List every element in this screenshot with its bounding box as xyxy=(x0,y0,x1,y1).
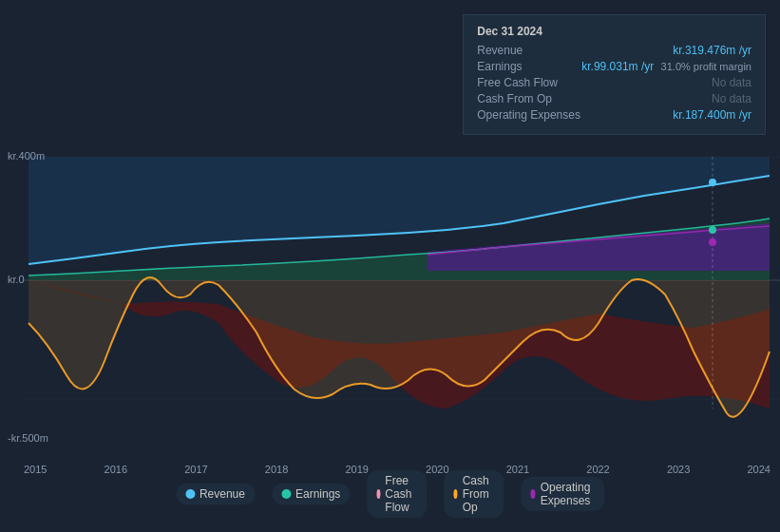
x-label-1: 2016 xyxy=(105,464,127,475)
y-label-bot: -kr.500m xyxy=(8,432,48,444)
svg-point-7 xyxy=(709,238,716,246)
tooltip-value-fcf: No data xyxy=(712,76,751,89)
legend-label-revenue: Revenue xyxy=(200,487,245,501)
svg-point-6 xyxy=(709,226,716,234)
chart-container: kr.400m kr.0 -kr.500m 2015 2016 2017 201… xyxy=(0,0,780,532)
legend-label-opex: Operating Expenses xyxy=(541,481,595,507)
legend-revenue[interactable]: Revenue xyxy=(176,484,255,504)
legend-cashfromop[interactable]: Cash From Op xyxy=(444,470,504,518)
legend-dot-revenue xyxy=(185,489,195,499)
tooltip-label-fcf: Free Cash Flow xyxy=(477,76,581,89)
tooltip-row-cashfromop: Cash From Op No data xyxy=(477,92,751,105)
legend-dot-fcf xyxy=(376,489,380,499)
y-label-mid: kr.0 xyxy=(8,274,25,285)
tooltip-row-fcf: Free Cash Flow No data xyxy=(477,76,751,89)
legend-opex[interactable]: Operating Expenses xyxy=(521,477,604,511)
legend-dot-opex xyxy=(530,489,535,499)
x-label-8: 2023 xyxy=(667,464,690,475)
tooltip-label-cashfromop: Cash From Op xyxy=(477,92,581,105)
svg-point-5 xyxy=(709,179,716,186)
legend-label-cashfromop: Cash From Op xyxy=(463,474,495,514)
tooltip-date: Dec 31 2024 xyxy=(477,25,751,38)
tooltip-row-earnings: Earnings kr.99.031m /yr 31.0% profit mar… xyxy=(477,60,751,73)
tooltip-label-revenue: Revenue xyxy=(477,44,581,57)
tooltip-value-cashfromop: No data xyxy=(712,92,751,105)
legend-dot-earnings xyxy=(281,489,291,499)
y-label-top: kr.400m xyxy=(8,150,45,162)
legend: Revenue Earnings Free Cash Flow Cash Fro… xyxy=(176,470,604,518)
legend-earnings[interactable]: Earnings xyxy=(272,484,350,504)
tooltip-label-opex: Operating Expenses xyxy=(477,108,581,122)
legend-label-fcf: Free Cash Flow xyxy=(385,474,417,514)
tooltip-row-revenue: Revenue kr.319.476m /yr xyxy=(477,44,751,57)
legend-label-earnings: Earnings xyxy=(295,487,340,501)
tooltip-value-earnings: kr.99.031m /yr 31.0% profit margin xyxy=(581,60,751,73)
tooltip-box: Dec 31 2024 Revenue kr.319.476m /yr Earn… xyxy=(463,14,766,135)
tooltip-row-opex: Operating Expenses kr.187.400m /yr xyxy=(477,108,751,122)
legend-dot-cashfromop xyxy=(453,489,457,499)
tooltip-label-earnings: Earnings xyxy=(477,60,581,73)
legend-fcf[interactable]: Free Cash Flow xyxy=(367,470,427,518)
x-label-0: 2015 xyxy=(24,464,47,475)
tooltip-profit-margin: 31.0% profit margin xyxy=(661,61,751,72)
tooltip-value-opex: kr.187.400m /yr xyxy=(673,108,751,122)
x-label-9: 2024 xyxy=(747,464,770,475)
tooltip-value-revenue: kr.319.476m /yr xyxy=(673,44,751,57)
